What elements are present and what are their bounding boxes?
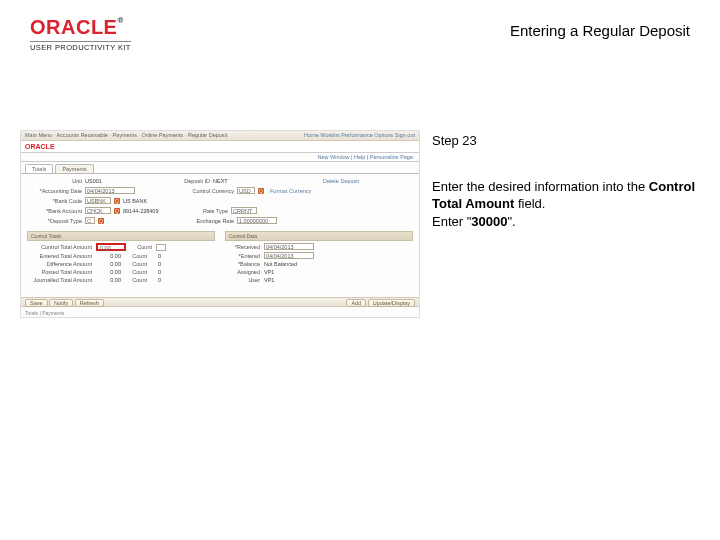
accounting-date-input[interactable]: 04/04/2013 xyxy=(85,187,135,194)
deposit-type-input[interactable]: C xyxy=(85,217,95,224)
ss-row: UnitUS001 Deposit IDNEXT Delete Deposit xyxy=(27,178,413,184)
add-button[interactable]: Add xyxy=(346,299,366,307)
lookup-icon[interactable]: Q xyxy=(114,208,120,214)
count-input[interactable] xyxy=(156,244,166,251)
bank-account-input[interactable]: CHCK xyxy=(85,207,111,214)
ss-action-bar: Save Notify Refresh Add Update/Display xyxy=(21,297,419,307)
ss-sublinks: New Window | Help | Personalize Page xyxy=(21,153,419,162)
ss-brand-bar: ORACLE xyxy=(21,141,419,153)
brand-block: ORACLE® USER PRODUCTIVITY KIT xyxy=(30,16,131,52)
refresh-button[interactable]: Refresh xyxy=(75,299,104,307)
lookup-icon[interactable]: Q xyxy=(258,188,264,194)
save-button[interactable]: Save xyxy=(25,299,48,307)
control-currency-input[interactable]: USD xyxy=(237,187,255,194)
instruction-text: Enter the desired information into the C… xyxy=(432,178,700,231)
received-input[interactable]: 04/04/2013 xyxy=(264,243,314,250)
app-screenshot: Main Menu · Accounts Receivable · Paymen… xyxy=(20,130,420,318)
delete-deposit-link[interactable]: Delete Deposit xyxy=(323,178,359,184)
rate-type-input[interactable]: CRRNT xyxy=(231,207,257,214)
entered-date-input[interactable]: 04/04/2013 xyxy=(264,252,314,259)
ss-breadcrumb-bar: Main Menu · Accounts Receivable · Paymen… xyxy=(21,131,419,141)
ss-footer-links: Totals | Payments xyxy=(25,310,64,316)
section-control-totals: Control Totals xyxy=(27,231,215,241)
update-button[interactable]: Update/Display xyxy=(368,299,415,307)
step-label: Step 23 xyxy=(432,132,700,150)
ss-breadcrumb: Main Menu · Accounts Receivable · Paymen… xyxy=(25,132,227,139)
ss-tabs: Totals Payments xyxy=(21,162,419,174)
tab-payments[interactable]: Payments xyxy=(55,164,93,173)
section-control-data: Control Data xyxy=(225,231,413,241)
page-header: ORACLE® USER PRODUCTIVITY KIT Entering a… xyxy=(30,16,690,52)
ss-top-links: Home Worklist Performance Options Sign o… xyxy=(304,132,415,139)
page-title: Entering a Regular Deposit xyxy=(510,22,690,39)
tab-totals[interactable]: Totals xyxy=(25,164,53,173)
lookup-icon[interactable]: Q xyxy=(98,218,104,224)
ss-oracle-logo: ORACLE xyxy=(25,143,55,150)
brand-subtitle: USER PRODUCTIVITY KIT xyxy=(30,41,131,52)
notify-button[interactable]: Notify xyxy=(49,299,73,307)
oracle-logo: ORACLE® xyxy=(30,16,131,39)
main-content: Main Menu · Accounts Receivable · Paymen… xyxy=(20,130,700,318)
exchange-rate-input[interactable]: 1.00000000 xyxy=(237,217,277,224)
ss-body: UnitUS001 Deposit IDNEXT Delete Deposit … xyxy=(21,174,419,289)
bank-code-input[interactable]: USBNK xyxy=(85,197,111,204)
lookup-icon[interactable]: Q xyxy=(114,198,120,204)
instruction-panel: Step 23 Enter the desired information in… xyxy=(432,130,700,318)
control-total-amount-input[interactable]: 0.00 xyxy=(96,243,126,251)
